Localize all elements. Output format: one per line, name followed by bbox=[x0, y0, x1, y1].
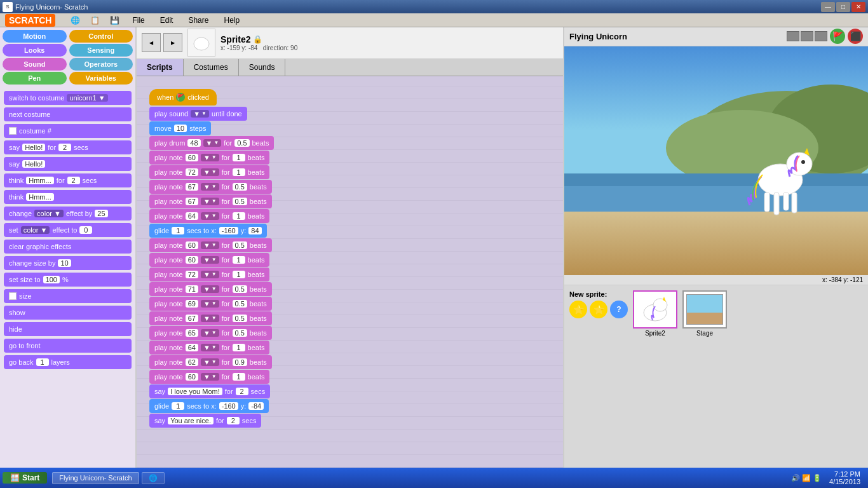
block-think[interactable]: think Hmm... bbox=[4, 190, 132, 204]
stage-canvas bbox=[564, 46, 868, 275]
cat-sound[interactable]: Sound bbox=[3, 58, 67, 71]
block-play-sound-until-done[interactable]: play sound ▼ until done bbox=[149, 107, 247, 121]
menu-share[interactable]: Share bbox=[186, 15, 211, 26]
hat-when-clicked[interactable]: when 🚩 clicked bbox=[149, 89, 217, 105]
nav-icon-right[interactable]: ▶ bbox=[163, 33, 182, 52]
block-say-nice[interactable]: say You are nice. for 2 secs bbox=[149, 414, 261, 428]
block-play-note-6[interactable]: play note 60▼ for 0.5 beats bbox=[149, 238, 272, 252]
block-play-note-12[interactable]: play note 65▼ for 0.5 beats bbox=[149, 326, 272, 340]
nav-icon-left[interactable]: ◀ bbox=[142, 33, 161, 52]
block-show[interactable]: show bbox=[4, 306, 132, 320]
view-medium[interactable] bbox=[801, 31, 813, 41]
cat-operators[interactable]: Operators bbox=[69, 58, 133, 71]
taskbar-item-browser[interactable]: 🌐 bbox=[142, 472, 165, 484]
cat-sensing[interactable]: Sensing bbox=[69, 44, 133, 57]
view-small[interactable] bbox=[787, 31, 799, 41]
block-say[interactable]: say Hello! bbox=[4, 157, 132, 171]
script-tabs: Scripts Costumes Sounds bbox=[137, 59, 563, 76]
minimize-button[interactable]: — bbox=[821, 2, 835, 12]
svg-point-12 bbox=[801, 160, 805, 164]
sprite-thumb-sprite2[interactable] bbox=[633, 290, 677, 329]
block-set-effect[interactable]: set color ▼ effect to 0 bbox=[4, 223, 132, 237]
cat-looks[interactable]: Looks bbox=[3, 44, 67, 57]
block-play-note-14[interactable]: play note 62▼ for 0.9 beats bbox=[149, 355, 272, 369]
cat-variables[interactable]: Variables bbox=[69, 72, 133, 85]
copy-icon[interactable]: 📋 bbox=[90, 16, 100, 25]
block-glide-1[interactable]: glide 1 secs to x: -160 y: 84 bbox=[149, 224, 267, 238]
block-glide-2[interactable]: glide 1 secs to x: -160 y: -84 bbox=[149, 399, 269, 413]
sprite-thumb-stage[interactable] bbox=[682, 290, 727, 329]
block-move-steps[interactable]: move 10 steps bbox=[149, 121, 211, 135]
block-think-for[interactable]: think Hmm... for 2 secs bbox=[4, 173, 132, 187]
globe-icon[interactable]: 🌐 bbox=[71, 16, 80, 25]
app-icon: S bbox=[3, 2, 13, 12]
cat-pen[interactable]: Pen bbox=[3, 72, 67, 85]
tab-scripts[interactable]: Scripts bbox=[137, 59, 184, 76]
block-play-note-1[interactable]: play note 60▼ for 1 beats bbox=[149, 151, 269, 165]
taskbar-item-scratch[interactable]: Flying Unicorn- Scratch bbox=[52, 472, 139, 484]
view-large[interactable] bbox=[815, 31, 827, 41]
menu-edit[interactable]: Edit bbox=[158, 15, 176, 26]
block-size-var[interactable]: ☐ size bbox=[4, 289, 132, 303]
menu-file[interactable]: File bbox=[130, 15, 147, 26]
block-change-size[interactable]: change size by 10 bbox=[4, 256, 132, 270]
block-clear-effects[interactable]: clear graphic effects bbox=[4, 240, 132, 254]
tray-icons: 🔊 📶 🔋 bbox=[791, 474, 822, 482]
block-play-note-2[interactable]: play note 72▼ for 1 beats bbox=[149, 165, 269, 179]
green-flag-button[interactable]: 🚩 bbox=[830, 29, 845, 44]
block-costume-num[interactable]: ☐ costume # bbox=[4, 124, 132, 138]
sprite-action-buttons: ⭐ ⭐ ? bbox=[569, 301, 628, 318]
beach-scene bbox=[564, 46, 868, 275]
help-sprite-button[interactable]: ? bbox=[610, 301, 628, 318]
taskbar-items: Flying Unicorn- Scratch 🌐 bbox=[47, 472, 791, 484]
close-button[interactable]: ✕ bbox=[851, 2, 865, 12]
scripts-area[interactable]: when 🚩 clicked play sound ▼ until done m… bbox=[137, 76, 563, 468]
block-play-note-5[interactable]: play note 64▼ for 1 beats bbox=[149, 209, 269, 223]
block-play-note-9[interactable]: play note 71▼ for 0.5 beats bbox=[149, 282, 272, 296]
block-go-front[interactable]: go to front bbox=[4, 339, 132, 353]
window-controls: — □ ✕ bbox=[821, 2, 865, 12]
blocks-palette: switch to costume unicorn1 ▼ next costum… bbox=[0, 87, 135, 468]
block-set-size[interactable]: set size to 100 % bbox=[4, 273, 132, 287]
stage-title: Flying Unicorn bbox=[569, 32, 627, 41]
maximize-button[interactable]: □ bbox=[836, 2, 850, 12]
block-hide[interactable]: hide bbox=[4, 322, 132, 336]
script-group-main: when 🚩 clicked play sound ▼ until done m… bbox=[149, 89, 550, 428]
block-switch-costume[interactable]: switch to costume unicorn1 ▼ bbox=[4, 91, 132, 105]
tab-sounds[interactable]: Sounds bbox=[239, 59, 286, 76]
block-play-note-13[interactable]: play note 64▼ for 1 beats bbox=[149, 341, 269, 355]
block-say-love[interactable]: say I love you Mom! for 2 secs bbox=[149, 384, 270, 398]
block-play-note-11[interactable]: play note 67▼ for 0.5 beats bbox=[149, 311, 272, 325]
cat-control[interactable]: Control bbox=[69, 30, 133, 43]
sprite-thumbnail bbox=[187, 29, 215, 57]
block-play-drum[interactable]: play drum 48▼ for 0.5 beats bbox=[149, 136, 274, 150]
cat-motion[interactable]: Motion bbox=[3, 30, 67, 43]
menubar: SCRATCH 🌐 📋 💾 File Edit Share Help bbox=[0, 13, 868, 27]
block-say-for[interactable]: say Hello! for 2 secs bbox=[4, 140, 132, 154]
block-go-back[interactable]: go back 1 layers bbox=[4, 355, 132, 369]
paint-sprite-button[interactable]: ⭐ bbox=[569, 301, 587, 318]
sprite-item-sprite2[interactable]: Sprite2 bbox=[633, 290, 677, 463]
block-next-costume[interactable]: next costume bbox=[4, 107, 132, 121]
block-play-note-7[interactable]: play note 60▼ for 1 beats bbox=[149, 253, 269, 267]
block-play-note-8[interactable]: play note 72▼ for 1 beats bbox=[149, 268, 269, 281]
block-play-note-4[interactable]: play note 67▼ for 0.5 beats bbox=[149, 194, 272, 208]
clock: 7:12 PM 4/15/2013 bbox=[824, 470, 865, 485]
save-icon[interactable]: 💾 bbox=[110, 16, 119, 25]
stamp-sprite-button[interactable]: ⭐ bbox=[590, 301, 607, 318]
block-change-effect[interactable]: change color ▼ effect by 25 bbox=[4, 207, 132, 220]
menu-help[interactable]: Help bbox=[221, 15, 242, 26]
sprite-label-sprite2: Sprite2 bbox=[645, 330, 665, 337]
block-categories: Motion Control Looks Sensing Sound Opera… bbox=[0, 27, 135, 87]
tab-costumes[interactable]: Costumes bbox=[184, 59, 239, 76]
start-button[interactable]: 🪟 Start bbox=[3, 472, 47, 484]
block-play-note-3[interactable]: play note 67▼ for 0.5 beats bbox=[149, 180, 272, 194]
sprite-info: ◀ ▶ Sprite2 🔒 x: -159 y: -84 direc bbox=[137, 27, 563, 59]
stage-header: Flying Unicorn 🚩 ⬛ bbox=[564, 27, 868, 46]
svg-rect-7 bbox=[564, 186, 868, 212]
svg-rect-8 bbox=[564, 212, 868, 275]
block-play-note-15[interactable]: play note 60▼ for 1 beats bbox=[149, 370, 269, 384]
sprite-item-stage[interactable]: Stage bbox=[682, 290, 727, 463]
stop-button[interactable]: ⬛ bbox=[848, 29, 863, 44]
block-play-note-10[interactable]: play note 69▼ for 0.5 beats bbox=[149, 297, 272, 311]
